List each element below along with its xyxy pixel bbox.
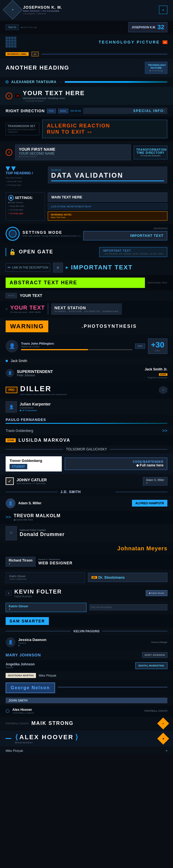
- beatmaker-diamond: ★: [157, 733, 169, 745]
- transmission-title: TRANSMISSION SET: [7, 125, 37, 128]
- name-box: YOUR FIRST NAME YOUR SECOND NAME ◆ Concr…: [15, 145, 131, 160]
- katrin-role: Junior researcher: [9, 578, 82, 580]
- jessica-avatar: 👤: [6, 637, 16, 647]
- travis-name: Travis John Pittington:: [21, 342, 132, 345]
- tolsomor-name: TOLSOMOR GALUCHSKY: [66, 447, 107, 451]
- travis-bar: [21, 349, 132, 350]
- travis-title: Stand Up Comic: [21, 345, 132, 348]
- katrin-box: Katrin Glover Junior researcher: [6, 572, 85, 583]
- julian-name: Julian Karpenter: [20, 402, 167, 406]
- main-content: YOUR TEXT HERE Mechanical technical / Br…: [23, 90, 85, 102]
- angelika-sub: Teacher: [6, 666, 133, 669]
- kevin-section: ◉ KEVIN FOLTER Digital illustrator ◆ Kat…: [0, 586, 173, 600]
- travis-section: 👤 Travis John Pittington: Stand Up Comic…: [0, 336, 173, 357]
- skotsona-section: SKOTSONA MARTHA Mike Plotyak: [0, 671, 173, 680]
- right-direction-section: RIGHT DIRECTION PRO 5000s /00.00 05 SPEC…: [0, 105, 173, 116]
- second-name: YOUR SECOND NAME: [19, 152, 127, 155]
- julian-sub: ◆ JK Productions: [20, 409, 167, 412]
- johny-catler-section: ✓ JOHNY CATLER Auto Mechanic / IT Specia…: [0, 475, 173, 488]
- gate-sub: - AUTONAME VIP ADDED SUB 3 MODEL LEVEL 2…: [103, 253, 164, 255]
- adam-info: Adam S. Miller: [18, 501, 129, 505]
- kevin-name: KEVIN FOLTER: [14, 588, 143, 595]
- your-text-section: ● 28 YOUR TEXT HERE Mechanical technical…: [0, 87, 173, 105]
- john-smith-section: JOHN SMITH: [0, 696, 173, 705]
- alex-football-right: FOOTBALL COACH: [144, 709, 167, 712]
- note-section: NOTE YOUR TEXT: [0, 291, 173, 301]
- kelvin-name: KELVIN PAGGINS: [74, 629, 100, 633]
- line-right: [110, 449, 167, 450]
- line-left: [6, 449, 63, 450]
- paulo-name: PAULO FERNANDES: [6, 417, 167, 422]
- next-station-box: NEXT STATION SLIDERS · POSITION · FILTER…: [51, 303, 122, 315]
- jd-name: J.D. SMITH: [60, 490, 112, 494]
- beatmaker-title: Beatmaker: [15, 741, 156, 744]
- pro-label: PRO: [6, 387, 18, 393]
- kevin-right: ◆ Katrin Glover: [146, 590, 167, 596]
- yellow-badge: STAFF: [159, 373, 167, 376]
- warning-box: WARNING NOTE! Main Text here: [48, 211, 167, 221]
- maik-diamond-inner: ♦: [163, 722, 164, 724]
- kelvin-box: KELVIN PAGGINS: [89, 604, 167, 610]
- diamond-logo: ★: [3, 0, 23, 20]
- check-icon: ✓: [8, 479, 11, 484]
- bracket-left: ⟨: [15, 733, 18, 741]
- data-validation-text: DATA VALIDATION: [51, 172, 164, 179]
- jessica-right: Greene Dillinger: [151, 641, 167, 644]
- donald-badge: 🛡: [6, 526, 17, 540]
- mary-section: MARY JOHNSON MARY JOHNSON: [0, 650, 173, 660]
- settings-item1: ◆ Main Screen: [8, 200, 42, 204]
- indicator-circle: [6, 81, 8, 83]
- 5000s-box: 5000s: [58, 108, 68, 113]
- your-text-next-section: ||| YOUR TEXT For the next area · AMD HE…: [0, 301, 173, 317]
- pro-box: PRO: [47, 108, 56, 113]
- jessica-dot: ●: [18, 644, 148, 647]
- alex-football-title: / FOOTBALL COACH: [12, 712, 142, 714]
- skotsona-box: SKOTSONA MARTHA: [6, 673, 36, 678]
- your-text-label: YOUR TEXT: [20, 293, 167, 298]
- trevor-box: Trevor Goldenberg STUDENT: [6, 456, 62, 471]
- header-section: ★ JOSEPHSON K. M. Main Director / Art Co…: [0, 0, 173, 20]
- jack-smith-name: Jack Smith: [11, 359, 27, 363]
- sam-section: SAM SMARTER: [0, 615, 173, 627]
- travis-num: +30: [151, 340, 165, 349]
- jack-indicator: [6, 360, 8, 362]
- football-icon: ⬡: [6, 708, 9, 714]
- doctor-box: DR. Dr. Stoolzmans: [88, 573, 167, 582]
- alex-football-name: Alex Hoover: [12, 708, 142, 712]
- transformation-box: TRANSFORMATION TIME DIRECTORY ♦ Concrete…: [134, 146, 167, 159]
- first-name: YOUR FIRST NAME: [19, 147, 127, 152]
- business-label-section: BUSINESS LABEL ▲: [0, 50, 173, 58]
- travis-goldenberg-section: Travis Goldenberg >>: [0, 427, 173, 435]
- donald-info: National Police Captain Donald Drummer: [20, 529, 167, 537]
- technology-picture-title: TECHNOLOGY PICTURE: [19, 40, 160, 44]
- next-station-sub: SLIDERS · POSITION · FILTERS D2 · DOWNLO…: [55, 310, 118, 313]
- johnatan-info: Johnatan Meyers: [117, 545, 167, 552]
- trevor-name: Trevor Goldenberg: [9, 459, 58, 463]
- right-direction-label: RIGHT DIRECTION: [6, 108, 45, 113]
- jd-line: [6, 492, 58, 492]
- katrin-small-section: Katrin Glover ◆ KELVIN PAGGINS: [0, 600, 173, 614]
- donald-section: 🛡 National Police Captain Donald Drummer: [0, 524, 173, 542]
- text-badge[interactable]: Text #1: [6, 24, 19, 30]
- adam-box: Adam S. Miller ◆: [143, 477, 167, 486]
- link-text: LINK IN THE DESCRIPTION: [12, 266, 48, 269]
- angelika-name: Angelika Johnson: [6, 662, 133, 666]
- open-gate-section: 🔓 OPEN GATE IMPORTANT TEXT - AUTONAME VI…: [0, 244, 173, 260]
- link-section: ✏ LINK IN THE DESCRIPTION ⊞ ▶ IMPORTANT …: [0, 260, 173, 275]
- richard-section: Richard Tirson ◆ Rachel S. Westerborn WE…: [0, 555, 173, 569]
- trevor-m-name: TREVOR MALKOLM: [14, 513, 167, 518]
- important-box: [WARNING] IMPORTANT TEXT: [83, 227, 167, 241]
- settings-section: SETTINGS: ◆ Main Screen + body title sli…: [0, 190, 173, 223]
- trevor-arrows: >>: [6, 515, 11, 520]
- maik-section: FOOTBALL COACH MAIK STRONG ♦: [0, 717, 173, 730]
- julian-title: Cameraman: [20, 406, 167, 409]
- header-name: JOSEPHSON K. M.: [23, 5, 155, 9]
- your-name-section: 4 YOUR FIRST NAME YOUR SECOND NAME ◆ Con…: [0, 142, 173, 163]
- adam-avatar: 👤: [6, 498, 16, 508]
- red-badge: ●: [163, 40, 167, 44]
- adam-sub: ◆: [146, 482, 164, 484]
- line-deco: [6, 738, 11, 739]
- mike-bottom-section: Mike Plotyak ◆: [0, 747, 173, 754]
- tech-box-title: TECHNOLOGY PICTURE: [148, 64, 164, 69]
- katrin-small-title: ◆: [9, 608, 83, 610]
